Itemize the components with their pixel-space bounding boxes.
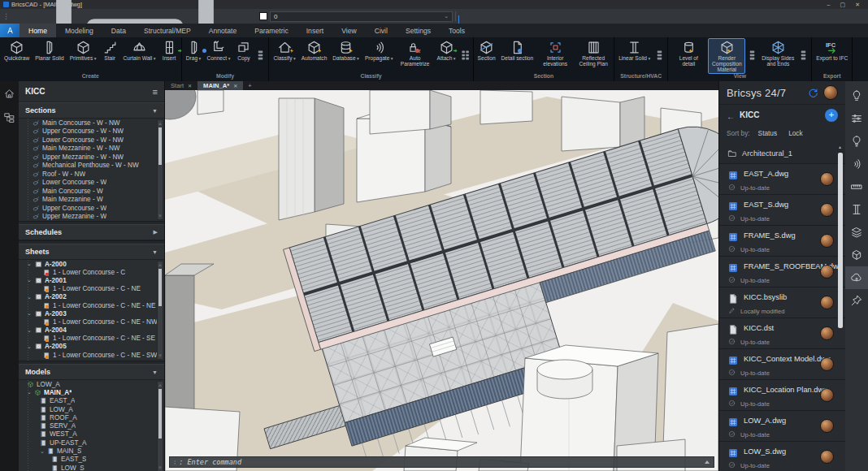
file-item[interactable]: KICC_Location Plan.dwg Up-to-date	[719, 380, 845, 411]
ribbon-tab[interactable]: Modeling	[56, 24, 102, 37]
panel-tab-icon[interactable]	[845, 84, 868, 107]
section-item[interactable]: Main Mezzanine - W	[19, 196, 164, 205]
ribbon-tab[interactable]: Data	[102, 24, 135, 37]
panel-tab-icon[interactable]	[845, 221, 868, 244]
ribbon-tab[interactable]: Parametric	[245, 24, 297, 37]
ribbon-tab[interactable]: Tools	[440, 24, 474, 37]
sort-option[interactable]: Status	[758, 129, 778, 137]
layer-dropdown[interactable]: 0 ⌄	[270, 11, 453, 22]
model-item[interactable]: MAIN_A*	[19, 388, 164, 396]
add-button[interactable]	[825, 109, 838, 122]
ribbon-button[interactable]: Curtain Wall	[121, 38, 158, 63]
viewport[interactable]: Start MAIN_A*	[165, 81, 718, 471]
document-tab[interactable]: Start	[165, 81, 197, 90]
panel-tab-icon[interactable]	[845, 289, 868, 312]
scrollbar[interactable]	[838, 145, 843, 388]
ribbon-tab[interactable]: Insert	[297, 24, 333, 37]
model-item[interactable]: UP-EAST_A	[19, 439, 164, 447]
sheet-item[interactable]: 1 - Lower Concourse - C - NE - SW	[19, 351, 164, 359]
panel-tab-icon[interactable]	[845, 266, 868, 289]
close-tab-icon[interactable]	[233, 82, 237, 89]
ribbon-button[interactable]: Render Composition Material	[708, 38, 745, 74]
model-item[interactable]: WEST_A	[19, 430, 164, 439]
section-item[interactable]: Main Mezzanine - W - NW	[19, 145, 164, 153]
section-item[interactable]: Upper Mezzanine - W	[19, 213, 164, 222]
toolbar-grip-icon[interactable]: ⋮	[2, 13, 10, 20]
folder-item[interactable]: Architectural_1	[719, 143, 845, 164]
sheet-item[interactable]: A-2003	[19, 309, 164, 318]
sort-option[interactable]: Lock	[788, 129, 803, 137]
model-item[interactable]: LOW_S	[19, 464, 164, 471]
section-item[interactable]: Upper Concourse - W - NW	[19, 127, 164, 136]
home-icon[interactable]	[3, 88, 15, 100]
panel-tab-icon[interactable]	[845, 153, 868, 175]
ribbon-button[interactable]: Propagate	[362, 38, 396, 63]
ribbon-button[interactable]	[653, 38, 666, 71]
schedules-header[interactable]: Schedules ▶	[19, 224, 164, 240]
ribbon-button[interactable]: Linear Solid	[616, 38, 653, 63]
sheet-item[interactable]: A-2001	[19, 276, 164, 284]
ribbon-tab[interactable]: Settings	[397, 24, 440, 37]
sheet-item[interactable]: 1 - Lower Concourse - C	[19, 268, 164, 276]
ribbon-button[interactable]: Stair	[100, 38, 120, 63]
document-tab[interactable]: MAIN_A*	[197, 81, 243, 90]
ribbon-button[interactable]: Planar Solid	[33, 38, 67, 63]
section-item[interactable]: Mechanical Penthouse - W - NW	[19, 162, 164, 171]
ribbon-button[interactable]: Auto Parametrize	[397, 38, 434, 68]
new-tab-button[interactable]	[243, 81, 256, 90]
model-item[interactable]: ROOF_A	[19, 413, 164, 421]
ribbon-button[interactable]: Interior elevations	[536, 38, 574, 68]
ribbon-button[interactable]: Detail section	[499, 38, 536, 63]
hamburger-menu-icon[interactable]	[153, 87, 158, 97]
ribbon-button[interactable]: Export to IFC	[814, 38, 850, 63]
sheet-item[interactable]: A-2002	[19, 293, 164, 301]
model-item[interactable]: SERV_A	[19, 421, 164, 430]
ribbon-button[interactable]: Primitives	[67, 38, 99, 63]
ribbon-button[interactable]	[797, 38, 809, 71]
ribbon-button[interactable]: Classify	[271, 38, 297, 63]
ribbon-button[interactable]: Insert	[159, 38, 180, 63]
ribbon-button[interactable]: Section	[475, 38, 498, 63]
refresh-icon[interactable]	[807, 87, 819, 99]
ribbon-tab[interactable]: Annotate	[200, 24, 245, 37]
section-item[interactable]: Upper Mezzanine - W - NW	[19, 153, 164, 162]
panel-tab-icon[interactable]	[845, 130, 868, 153]
panel-tab-icon[interactable]	[845, 107, 868, 130]
ribbon-button[interactable]: Attach	[435, 38, 458, 63]
model-item[interactable]: LOW_A	[19, 380, 164, 388]
color-swatch[interactable]	[259, 12, 267, 20]
ribbon-button[interactable]: Reflected Ceiling Plan	[575, 38, 612, 68]
section-item[interactable]: Main Concourse - W - NW	[19, 119, 164, 127]
models-header[interactable]: Models ▼	[19, 364, 164, 380]
ribbon-button[interactable]: Level of detail	[670, 38, 707, 68]
ribbon-tab[interactable]: Structural/MEP	[135, 24, 200, 37]
ribbon-button[interactable]: Database	[330, 38, 362, 63]
ribbon-button[interactable]: Copy	[233, 38, 254, 63]
sheet-item[interactable]: 1 - Lower Concourse - C - NE - NW	[19, 318, 164, 326]
section-item[interactable]: Upper Concourse - W	[19, 204, 164, 213]
section-item[interactable]: Lower Concourse - W	[19, 179, 164, 188]
model-item[interactable]: EAST_S	[19, 456, 164, 464]
panel-tab-icon[interactable]	[845, 198, 868, 221]
file-item[interactable]: FRAME_S.dwg Up-to-date	[719, 226, 845, 257]
section-item[interactable]: Main Concourse - W	[19, 187, 164, 196]
ribbon-button[interactable]: Connect	[205, 38, 233, 63]
file-item[interactable]: KICC.bsyslib Locally modified	[719, 287, 845, 318]
sheet-item[interactable]: 1 - Lower Concourse - C - NE - SE	[19, 335, 164, 343]
command-line[interactable]: ⁞ : Enter command	[169, 456, 714, 468]
structure-tree-icon[interactable]	[3, 111, 15, 123]
sheet-item[interactable]: 1 - Lower Concourse - C - NE	[19, 285, 164, 293]
model-item[interactable]: MAIN_S	[19, 447, 164, 455]
scrollbar[interactable]	[157, 381, 163, 471]
ribbon-button[interactable]	[746, 38, 758, 71]
panel-tab-icon[interactable]	[845, 244, 868, 266]
file-item[interactable]: KICC.dst Up-to-date	[719, 318, 845, 349]
file-item[interactable]: LOW_S.dwg Up-to-date	[719, 442, 845, 471]
sheet-item[interactable]: 1 - Lower Concourse - C - NE - NE	[19, 301, 164, 309]
panel-tab-icon[interactable]	[845, 175, 868, 198]
scrollbar[interactable]	[157, 261, 163, 360]
user-avatar[interactable]	[823, 85, 838, 100]
ribbon-tab[interactable]: View	[332, 24, 365, 37]
close-button[interactable]	[855, 2, 860, 8]
sheet-item[interactable]: A-2004	[19, 326, 164, 335]
